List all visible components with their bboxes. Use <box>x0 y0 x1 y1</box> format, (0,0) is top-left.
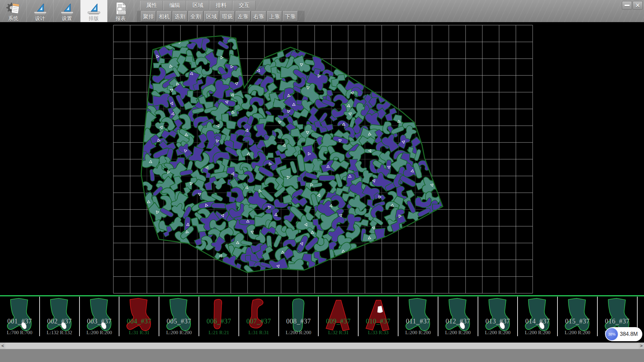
minimize-icon <box>625 5 630 6</box>
nav-icon <box>6 2 20 15</box>
tool-button[interactable]: 聚排 <box>141 11 156 21</box>
horizontal-scrollbar[interactable]: < > <box>0 343 644 349</box>
menu-tab[interactable]: 区域 <box>186 1 209 10</box>
nav-button-layout-setsquare[interactable]: 排版 <box>80 0 107 22</box>
piece-thumbnail[interactable]: 014_#37 L:200 R:200 <box>518 297 558 336</box>
piece-lr-count: L:200 R:200 <box>438 330 478 336</box>
tool-button[interactable]: 左靠 <box>235 11 251 21</box>
menu-tab[interactable]: 排料 <box>210 1 232 10</box>
piece-shape <box>481 297 515 335</box>
piece-thumbnail[interactable]: 004_#37 L:31 R:31 <box>119 297 159 336</box>
piece-shape <box>521 297 554 335</box>
progress-percent-badge: 38% <box>605 327 619 341</box>
piece-lr-count: L:33 R:33 <box>359 330 398 336</box>
piece-id-label: 007_#37 <box>239 317 278 325</box>
nav-icon <box>87 2 101 15</box>
nav-label: 设置 <box>62 15 72 21</box>
piece-shape <box>441 297 475 335</box>
piece-thumbnail[interactable]: 008_#37 L:200 R:200 <box>279 297 319 336</box>
tool-button[interactable]: 相机 <box>157 11 172 21</box>
piece-id-label: 011_#37 <box>398 317 438 325</box>
nav-button-system-gear[interactable]: 系统 <box>0 0 27 22</box>
nav-button-settings-setsquare[interactable]: 设置 <box>54 0 80 22</box>
piece-id-label: 001_#37 <box>0 317 39 325</box>
piece-shape <box>361 297 395 335</box>
piece-thumbnail[interactable]: 005_#37 L:200 R:200 <box>159 297 199 336</box>
memory-badge[interactable]: 38% 384.8M <box>606 327 642 341</box>
piece-thumbnail[interactable]: 001_#37 L:700 R:700 <box>0 297 40 336</box>
menu-tab[interactable]: 编辑 <box>163 1 186 10</box>
piece-shape <box>3 297 36 335</box>
piece-lr-count: L:200 R:200 <box>398 330 438 336</box>
piece-id-label: 016_#37 <box>598 317 637 325</box>
nav-label: 排版 <box>89 15 99 21</box>
piece-thumbnail[interactable]: 013_#37 L:200 R:200 <box>478 297 518 336</box>
piece-lr-count: L:32 R:31 <box>319 330 358 336</box>
piece-lr-count: L:200 R:200 <box>518 330 557 336</box>
nav-button-design-setsquare[interactable]: 设计 <box>27 0 54 22</box>
tool-button[interactable]: 下靠 <box>283 11 298 21</box>
tool-button[interactable]: 右靠 <box>251 11 266 21</box>
tool-button[interactable]: 瑕疵 <box>220 11 235 21</box>
piece-id-label: 008_#37 <box>279 317 318 325</box>
piece-id-label: 003_#37 <box>80 317 119 325</box>
tool-button[interactable]: 区域 <box>204 11 219 21</box>
piece-thumbnail[interactable]: 010_#37 L:33 R:33 <box>359 297 398 336</box>
piece-id-label: 012_#37 <box>438 317 478 325</box>
thumbnail-top-divider <box>0 295 644 296</box>
nav-icon <box>114 2 128 15</box>
window-controls: ✕ <box>622 1 643 10</box>
piece-thumbnail[interactable]: 009_#37 L:32 R:31 <box>319 297 359 336</box>
memory-value: 384.8M <box>620 331 638 337</box>
piece-lr-count: L:200 R:200 <box>159 330 199 336</box>
piece-thumbnail[interactable]: 011_#37 L:200 R:200 <box>398 297 438 336</box>
piece-lr-count: L:31 R:31 <box>239 330 278 336</box>
canvas-area <box>0 22 644 295</box>
scroll-left-arrow[interactable]: < <box>0 343 5 349</box>
piece-lr-count: L:21 R:21 <box>199 330 238 336</box>
piece-thumbnail[interactable]: 003_#37 L:200 R:200 <box>80 297 120 336</box>
piece-id-label: 009_#37 <box>319 317 358 325</box>
scroll-right-arrow[interactable]: > <box>639 343 644 349</box>
piece-thumbnail[interactable]: 006_#37 L:21 R:21 <box>199 297 239 336</box>
main-nav: 系统 设计 设置 排版 报表 <box>0 0 134 22</box>
close-icon: ✕ <box>635 3 640 8</box>
menu-tab[interactable]: 交互 <box>233 1 256 10</box>
piece-lr-count: L:31 R:31 <box>119 330 159 336</box>
piece-thumbnail[interactable]: 015_#37 L:200 R:200 <box>558 297 598 336</box>
piece-thumbnail[interactable]: 002_#37 L:132 R:132 <box>40 297 80 336</box>
piece-id-label: 014_#37 <box>518 317 557 325</box>
menu-bar: 属性 编辑 区域 排料 交互 <box>140 1 256 10</box>
piece-lr-count: L:700 R:700 <box>0 330 39 336</box>
close-button[interactable]: ✕ <box>633 1 643 10</box>
titlebar: 系统 设计 设置 排版 报表 属性 <box>0 0 644 22</box>
tool-button[interactable]: 全割 <box>188 11 203 21</box>
piece-lr-count: L:200 R:200 <box>478 330 518 336</box>
nav-label: 设计 <box>35 15 45 21</box>
piece-shape <box>83 297 116 335</box>
tool-button[interactable]: 选割 <box>172 11 187 21</box>
piece-thumbnail[interactable]: 012_#37 L:200 R:200 <box>438 297 478 336</box>
piece-shape <box>401 297 435 335</box>
tool-button[interactable]: 上靠 <box>267 11 282 21</box>
piece-id-label: 004_#37 <box>119 317 159 325</box>
thumbnail-row: 001_#37 L:700 R:700 002_#37 L:132 R:132 … <box>0 297 644 336</box>
minimize-button[interactable] <box>622 1 632 10</box>
nav-icon <box>33 2 47 15</box>
nav-button-report-document[interactable]: 报表 <box>107 0 134 22</box>
menu-tab[interactable]: 属性 <box>140 1 163 10</box>
piece-shape <box>321 297 355 335</box>
toolbar: 聚排 相机 选割 全割 区域 瑕疵 左靠 右靠 上靠 下靠 <box>141 11 299 21</box>
piece-id-label: 002_#37 <box>40 317 79 325</box>
status-bar <box>0 349 644 362</box>
nav-label: 系统 <box>8 15 18 21</box>
piece-shape <box>242 297 275 335</box>
piece-id-label: 005_#37 <box>159 317 199 325</box>
nesting-canvas[interactable] <box>0 22 644 295</box>
piece-lr-count: L:200 R:200 <box>279 330 318 336</box>
piece-thumbnail[interactable]: 007_#37 L:31 R:31 <box>239 297 279 336</box>
nav-label: 报表 <box>116 15 126 21</box>
nav-icon <box>60 2 74 15</box>
piece-id-label: 010_#37 <box>359 317 398 325</box>
piece-id-label: 013_#37 <box>478 317 518 325</box>
